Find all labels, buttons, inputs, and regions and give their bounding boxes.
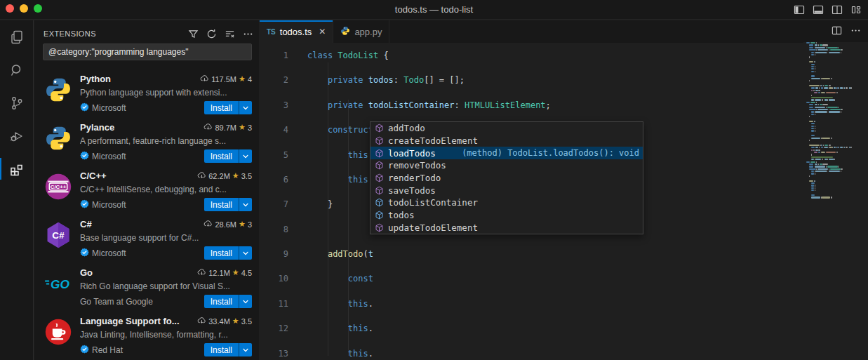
- extension-name: Pylance: [80, 122, 199, 133]
- suggest-item-renderTodo[interactable]: renderTodo: [370, 172, 643, 185]
- clear-search-results-icon[interactable]: [224, 28, 235, 39]
- split-editor-icon[interactable]: [832, 25, 842, 39]
- activity-bar-item-explorer[interactable]: [0, 20, 34, 53]
- install-button[interactable]: Install: [204, 343, 239, 356]
- close-tab-icon[interactable]: ✕: [319, 27, 326, 36]
- extension-list-item[interactable]: Pylance89.7M★3A performant, feature-rich…: [34, 115, 259, 164]
- extension-rating: 3: [248, 124, 252, 132]
- suggest-item-saveTodos[interactable]: saveTodos: [370, 184, 643, 196]
- suggest-detail: (method) TodoList.loadTodos(): void: [462, 148, 639, 158]
- verified-publisher-icon: [80, 248, 89, 259]
- toggle-secondary-sidebar-icon[interactable]: [831, 4, 843, 16]
- activity-bar-item-run-debug[interactable]: [0, 119, 34, 152]
- install-dropdown-icon[interactable]: [239, 343, 252, 356]
- code-line: 3private todoListContainer: HTMLUListEle…: [260, 100, 803, 112]
- minimap-line: [803, 196, 868, 199]
- intellisense-suggest-widget: addTodocreateTodoElementloadTodos(method…: [370, 121, 643, 234]
- extension-rating: 4.5: [241, 269, 252, 277]
- refresh-icon[interactable]: [206, 28, 217, 39]
- line-number: 12: [260, 323, 288, 335]
- extension-publisher: Red Hat: [92, 345, 123, 355]
- customize-layout-icon[interactable]: [850, 4, 862, 16]
- toggle-panel-icon[interactable]: [812, 4, 824, 16]
- suggest-label: renderTodo: [388, 173, 441, 183]
- line-number: 5: [260, 149, 288, 162]
- install-button[interactable]: Install: [204, 149, 239, 163]
- extension-description: Base language support for C#...: [80, 232, 252, 244]
- window-title: todos.ts — todo-list: [0, 0, 868, 20]
- extension-name: Python: [80, 74, 196, 84]
- extension-list-item[interactable]: Language Support fo...33.4M★3.5Java Lint…: [34, 309, 259, 357]
- extension-publisher: Go Team at Google: [80, 297, 153, 307]
- activity-bar-item-extensions[interactable]: [0, 152, 34, 185]
- suggest-item-loadTodos[interactable]: loadTodos(method) TodoList.loadTodos(): …: [370, 147, 643, 159]
- install-dropdown-icon[interactable]: [239, 198, 252, 211]
- activity-bar-item-search[interactable]: [0, 53, 34, 86]
- line-number: 8: [260, 224, 288, 236]
- suggest-item-todos[interactable]: todos: [370, 209, 643, 222]
- star-icon: ★: [232, 268, 239, 277]
- extension-downloads: 28.6M: [215, 220, 236, 229]
- suggest-item-addTodo[interactable]: addTodo: [370, 122, 643, 135]
- extension-description: Java Linting, Intellisense, formatting, …: [80, 328, 252, 341]
- method-icon: [374, 148, 385, 159]
- star-icon: ★: [232, 316, 239, 326]
- code-line: 12this.: [260, 323, 803, 335]
- activity-bar-item-source-control[interactable]: [0, 86, 34, 119]
- tab-todos-ts[interactable]: TS todos.ts ✕: [260, 20, 333, 43]
- line-number: 9: [260, 248, 288, 261]
- extension-description: C/C++ IntelliSense, debugging, and c...: [80, 183, 252, 196]
- extension-list-item[interactable]: C#C#28.6M★3Base language support for C#.…: [34, 212, 259, 260]
- install-button[interactable]: Install: [204, 198, 239, 211]
- extension-list-item[interactable]: C/C++C/C++62.2M★3.5C/C++ IntelliSense, d…: [34, 164, 259, 212]
- extensions-search-input[interactable]: [43, 44, 252, 60]
- extension-downloads: 12.1M: [208, 269, 230, 277]
- method-icon: [374, 135, 385, 146]
- method-icon: [374, 123, 385, 133]
- extension-rating: 4: [248, 75, 252, 84]
- svg-text:C#: C#: [52, 230, 65, 241]
- code-line: 13this.: [260, 348, 803, 360]
- install-button[interactable]: Install: [204, 101, 239, 114]
- install-dropdown-icon[interactable]: [239, 246, 252, 260]
- extension-list-item[interactable]: Python117.5M★4Python language support wi…: [34, 67, 259, 115]
- line-number: 7: [260, 199, 288, 211]
- verified-publisher-icon: [80, 102, 89, 114]
- suggest-item-createTodoElement[interactable]: createTodoElement: [370, 135, 643, 147]
- install-dropdown-icon[interactable]: [239, 149, 252, 163]
- suggest-label: todos: [388, 210, 415, 220]
- install-button[interactable]: Install: [204, 295, 239, 308]
- code-line: 10const: [260, 273, 803, 286]
- extension-description: A performant, feature-rich language s...: [80, 135, 252, 147]
- install-button[interactable]: Install: [204, 246, 239, 260]
- more-actions-icon[interactable]: [242, 28, 253, 39]
- python-extension-icon: [44, 75, 73, 105]
- minimap[interactable]: [803, 42, 868, 360]
- extension-list-item[interactable]: GOGo12.1M★4.5Rich Go language support fo…: [34, 260, 259, 309]
- svg-text:C/C++: C/C++: [51, 184, 67, 190]
- extension-rating: 3: [248, 220, 252, 229]
- sidebar-title: EXTENSIONS: [44, 29, 187, 38]
- extension-name: C#: [80, 219, 199, 229]
- suggest-label: updateTodoElement: [388, 222, 478, 233]
- tab-label: todos.ts: [280, 27, 312, 37]
- filter-icon[interactable]: [187, 28, 199, 39]
- extensions-list: Python117.5M★4Python language support wi…: [34, 67, 259, 360]
- install-dropdown-icon[interactable]: [239, 295, 252, 308]
- install-dropdown-icon[interactable]: [239, 101, 252, 114]
- toggle-primary-sidebar-icon[interactable]: [793, 4, 806, 16]
- suggest-item-todoListContainer[interactable]: todoListContainer: [370, 196, 643, 209]
- download-count-icon: [197, 268, 206, 277]
- line-number: 6: [260, 174, 288, 187]
- python-extension-icon: [44, 124, 73, 153]
- editor-more-actions-icon[interactable]: [850, 25, 861, 39]
- suggest-item-updateTodoElement[interactable]: updateTodoElement: [370, 222, 643, 234]
- editor-group: TS todos.ts ✕ app.py 1class TodoList {2p…: [260, 20, 868, 360]
- extension-name: Language Support fo...: [80, 316, 193, 326]
- star-icon: ★: [239, 74, 246, 84]
- tab-app-py[interactable]: app.py: [333, 20, 389, 43]
- method-icon: [374, 185, 385, 196]
- go-extension-icon: GO: [44, 269, 73, 298]
- download-count-icon: [203, 220, 213, 229]
- suggest-item-removeTodos[interactable]: removeTodos: [370, 159, 643, 172]
